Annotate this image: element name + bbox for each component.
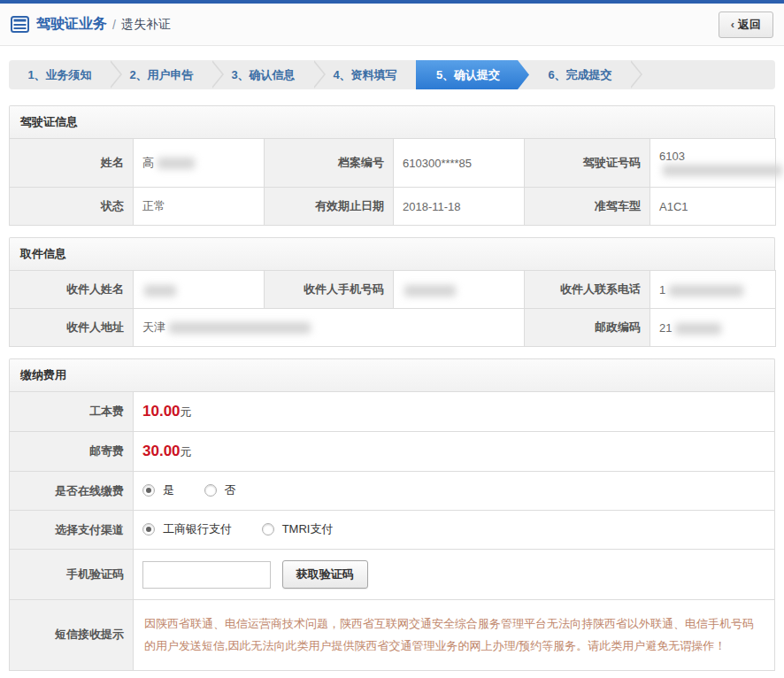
sms-code-input[interactable] [142,561,271,589]
field-file-no-value: 610300****85 [394,139,525,188]
page-title: 驾驶证业务 [36,15,107,34]
redacted-value [675,323,721,335]
form-footer: 上一步 完成 [9,671,775,678]
redacted-value [404,285,456,297]
get-code-button[interactable]: 获取验证码 [282,560,368,589]
table-row: 工本费 10.00元 [10,392,775,432]
radio-button-icon [142,484,155,497]
section-title-payment-fees: 缴纳费用 [9,358,775,391]
field-postage-fee-value: 30.00元 [134,432,775,472]
page-header: 驾驶证业务 / 遗失补证 ‹返回 [0,4,784,46]
field-name-label: 姓名 [10,139,134,188]
step-3-confirm-info: 3、确认信息 [212,60,314,89]
radio-channel-icbc[interactable]: 工商银行支付 [142,521,232,537]
field-vehicle-class-value: A1C1 [650,188,776,226]
field-expiry-value: 2018-11-18 [394,188,525,226]
section-pickup-info: 取件信息 收件人姓名 收件人手机号码 收件人联系电话 1 收件人地址 天津 邮政… [9,237,775,347]
radio-button-icon [262,523,274,535]
table-row: 状态 正常 有效期止日期 2018-11-18 准驾车型 A1C1 [10,188,776,226]
radio-button-icon [204,484,217,497]
field-production-fee-value: 10.00元 [134,392,775,432]
radio-online-payment-yes[interactable]: 是 [142,482,174,498]
field-license-no-label: 驾驶证号码 [525,139,650,188]
section-title-license-info: 驾驶证信息 [9,105,775,138]
step-bar-filler [631,60,775,89]
field-status-label: 状态 [10,188,134,226]
field-postal-code-text: 21 [659,321,672,335]
field-recipient-name-label: 收件人姓名 [10,271,134,309]
fee-unit: 元 [181,405,192,419]
pickup-info-table: 收件人姓名 收件人手机号码 收件人联系电话 1 收件人地址 天津 邮政编码 21 [9,270,776,347]
redacted-value [669,285,743,297]
production-fee-amount: 10.00 [142,403,181,420]
field-recipient-address-value: 天津 [134,309,525,347]
back-button[interactable]: ‹返回 [719,12,773,38]
radio-label: 工商银行支付 [163,521,232,537]
field-vehicle-class-label: 准驾车型 [525,188,650,226]
section-payment-fees: 缴纳费用 工本费 10.00元 邮寄费 30.00元 是否在线缴费 是 否 选择… [9,358,775,671]
sms-code-cell: 获取验证码 [134,550,775,600]
payment-fees-table: 工本费 10.00元 邮寄费 30.00元 是否在线缴费 是 否 选择支付渠道 … [9,391,775,671]
field-production-fee-label: 工本费 [10,392,134,432]
table-row: 手机验证码 获取验证码 [10,550,775,600]
field-recipient-address-label: 收件人地址 [10,309,134,347]
main-content: 1、业务须知 2、用户申告 3、确认信息 4、资料填写 5、确认提交 6、完成提… [0,60,784,678]
field-postal-code-value: 21 [650,309,776,347]
field-recipient-address-text: 天津 [142,320,165,334]
radio-button-icon [142,523,155,535]
step-4-fill-materials: 4、资料填写 [314,60,416,89]
step-progress-bar: 1、业务须知 2、用户申告 3、确认信息 4、资料填写 5、确认提交 6、完成提… [9,60,775,89]
section-license-info: 驾驶证信息 姓名 高 档案编号 610300****85 驾驶证号码 6103 … [9,105,775,226]
step-6-complete-submit: 6、完成提交 [529,60,631,89]
radio-online-payment-no[interactable]: 否 [204,482,236,498]
online-payment-options: 是 否 [134,472,775,511]
table-row: 是否在线缴费 是 否 [10,472,775,511]
field-recipient-mobile-label: 收件人手机号码 [265,271,394,309]
breadcrumb-current: 遗失补证 [121,17,171,33]
field-sms-code-label: 手机验证码 [10,550,134,600]
field-recipient-mobile-value [394,271,525,309]
field-license-no-text: 6103 [659,150,685,163]
field-recipient-name-value [134,271,265,309]
table-row: 选择支付渠道 工商银行支付 TMRI支付 [10,511,775,550]
sms-notice-cell: 因陕西省联通、电信运营商技术问题，陕西省互联网交通安全综合服务管理平台无法向持陕… [134,600,775,671]
field-recipient-tel-label: 收件人联系电话 [525,271,650,309]
field-recipient-tel-value: 1 [650,271,776,309]
section-title-pickup-info: 取件信息 [9,237,775,270]
radio-label: 否 [225,482,236,498]
radio-label: TMRI支付 [282,521,334,537]
table-row: 姓名 高 档案编号 610300****85 驾驶证号码 6103 [10,139,776,188]
field-license-no-value: 6103 [650,139,776,188]
radio-label: 是 [163,482,174,498]
field-postal-code-label: 邮政编码 [525,309,650,347]
redacted-value [144,285,176,297]
field-channel-label: 选择支付渠道 [10,511,134,550]
payment-channel-options: 工商银行支付 TMRI支付 [134,511,775,550]
field-status-value: 正常 [134,188,265,226]
postage-fee-amount: 30.00 [142,443,181,459]
back-button-label: 返回 [738,18,761,31]
field-expiry-label: 有效期止日期 [265,188,394,226]
fee-unit: 元 [181,445,192,458]
redacted-value [169,322,311,334]
license-info-table: 姓名 高 档案编号 610300****85 驾驶证号码 6103 状态 正常 … [9,138,776,226]
field-online-payment-label: 是否在线缴费 [10,472,134,511]
step-1-business-notice: 1、业务须知 [9,60,111,89]
table-row: 收件人姓名 收件人手机号码 收件人联系电话 1 [10,271,776,309]
field-recipient-tel-text: 1 [659,283,665,297]
step-2-user-declaration: 2、用户申告 [111,60,212,89]
table-row: 短信接收提示 因陕西省联通、电信运营商技术问题，陕西省互联网交通安全综合服务管理… [10,600,775,671]
document-list-icon [11,16,29,33]
table-row: 邮寄费 30.00元 [10,432,775,472]
field-sms-notice-label: 短信接收提示 [10,600,134,671]
radio-channel-tmri[interactable]: TMRI支付 [262,521,334,537]
table-row: 收件人地址 天津 邮政编码 21 [10,309,776,347]
field-file-no-label: 档案编号 [265,139,394,188]
field-name-value: 高 [134,139,265,188]
breadcrumb-separator: / [112,18,116,32]
sms-notice-text: 因陕西省联通、电信运营商技术问题，陕西省互联网交通安全综合服务管理平台无法向持陕… [142,611,765,659]
chevron-left-icon: ‹ [731,18,734,31]
field-name-text: 高 [142,156,154,169]
step-5-confirm-submit: 5、确认提交 [416,60,529,89]
redacted-value [663,165,782,176]
